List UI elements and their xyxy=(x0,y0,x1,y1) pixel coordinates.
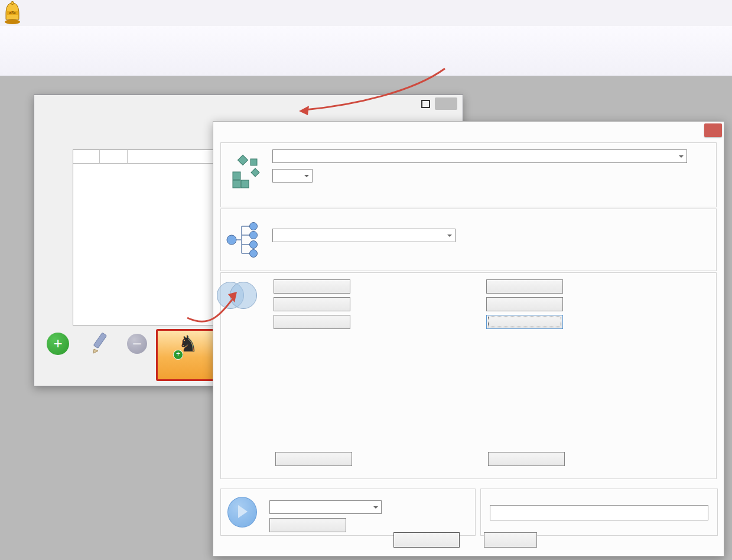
ok-button[interactable] xyxy=(393,532,460,548)
play-triangle xyxy=(238,505,248,518)
cancel-button[interactable] xyxy=(484,532,537,548)
asc-bell-logo-icon[interactable]: aSc xyxy=(2,1,26,25)
application-window: aSc + xyxy=(0,0,732,560)
note-input[interactable] xyxy=(490,505,708,520)
relations-close-icon[interactable] xyxy=(435,97,457,110)
importance-select[interactable] xyxy=(269,500,382,514)
change-subjects-b-button[interactable] xyxy=(486,315,563,329)
delete-icon: – xyxy=(127,334,147,354)
change-classes-a-button[interactable] xyxy=(274,297,350,311)
exceptions-count-select[interactable] xyxy=(272,169,313,183)
apply-scope-select[interactable] xyxy=(272,229,456,242)
maximize-icon[interactable] xyxy=(421,100,430,108)
play-icon xyxy=(227,497,257,528)
apply-tree-icon xyxy=(226,220,262,259)
column-divider xyxy=(127,150,128,163)
change-classes-b-button[interactable] xyxy=(486,297,563,311)
svg-text:aSc: aSc xyxy=(9,11,17,15)
column-divider xyxy=(99,150,100,163)
advanced-close-icon[interactable] xyxy=(704,123,722,137)
options-b-button[interactable] xyxy=(488,452,565,466)
disable-button[interactable] xyxy=(269,518,346,532)
change-teachers-a-button[interactable] xyxy=(274,279,350,294)
menu-bar xyxy=(0,15,732,26)
change-teachers-b-button[interactable] xyxy=(486,279,563,294)
cards-squares-icon xyxy=(231,154,263,190)
add-icon: + xyxy=(47,333,69,355)
edit-pencil-icon xyxy=(89,330,113,355)
relations-molecule-icon xyxy=(113,118,142,148)
change-subjects-a-button[interactable] xyxy=(274,315,350,329)
relation-type-select[interactable] xyxy=(272,149,687,163)
advanced-dialog xyxy=(213,121,724,556)
options-a-button[interactable] xyxy=(275,452,352,466)
venn-circle-icon xyxy=(230,282,257,309)
title-bar xyxy=(0,0,732,16)
ribbon-toolbar xyxy=(0,26,732,76)
plus-badge-icon: + xyxy=(173,350,183,360)
relations-window-titlebar[interactable] xyxy=(34,95,463,112)
